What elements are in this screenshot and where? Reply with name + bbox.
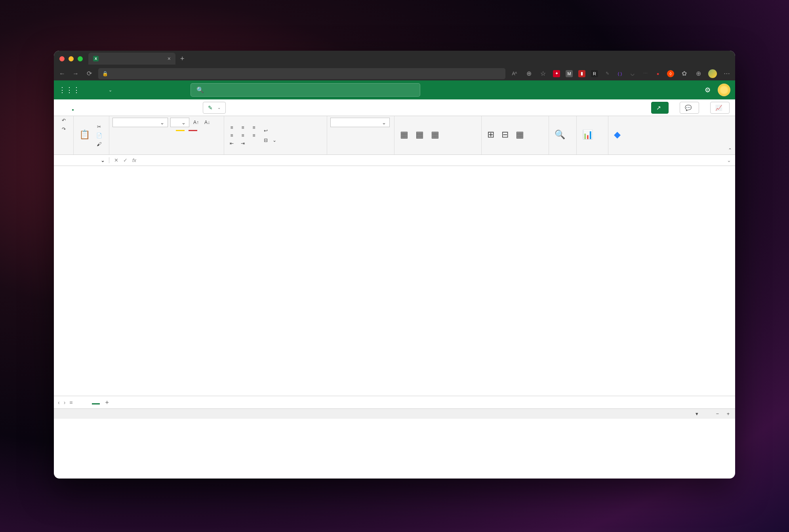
- insert-cells-button[interactable]: ⊞: [485, 129, 497, 141]
- spreadsheet-grid[interactable]: [54, 166, 735, 396]
- cut-button[interactable]: ✂: [95, 124, 103, 130]
- share-button[interactable]: ↗: [651, 102, 669, 114]
- all-sheets-button[interactable]: ≡: [69, 399, 72, 406]
- align-middle-button[interactable]: ≡: [238, 125, 247, 130]
- editing-group-button[interactable]: 🔍: [552, 129, 568, 141]
- ext-icon-8[interactable]: ⋯: [642, 70, 649, 77]
- tab-formulas[interactable]: [123, 105, 124, 110]
- delete-cells-button[interactable]: ⊟: [499, 129, 511, 141]
- ext-icon-1[interactable]: ✦: [553, 70, 560, 77]
- align-bottom-button[interactable]: ≡: [250, 125, 258, 130]
- format-as-table-button[interactable]: ▦: [413, 129, 426, 141]
- expand-formula-bar-button[interactable]: ⌄: [723, 157, 735, 163]
- collections-icon[interactable]: ⊕: [694, 70, 703, 77]
- comments-button[interactable]: 💬: [680, 102, 699, 114]
- app-launcher-icon[interactable]: ⋮⋮⋮: [59, 86, 80, 94]
- increase-indent-button[interactable]: ⇥: [238, 141, 247, 146]
- tab-view[interactable]: [161, 105, 162, 110]
- forward-button[interactable]: →: [71, 70, 80, 77]
- format-painter-button[interactable]: 🖌: [95, 141, 103, 147]
- tab-review[interactable]: [148, 105, 150, 110]
- wrap-text-button[interactable]: ↩: [264, 128, 276, 133]
- cell-styles-button[interactable]: ▦: [429, 129, 442, 141]
- settings-icon[interactable]: ⚙: [705, 86, 711, 94]
- undo-button[interactable]: ↶: [59, 118, 68, 123]
- more-icon[interactable]: ⋯: [722, 70, 731, 77]
- tab-page-layout[interactable]: [110, 105, 112, 110]
- ext-icon-6[interactable]: ( ): [616, 70, 623, 77]
- close-tab-icon[interactable]: ×: [168, 55, 171, 62]
- maximize-window-button[interactable]: [78, 56, 83, 61]
- ext-icon-7[interactable]: ◡: [629, 70, 636, 77]
- tab-draw[interactable]: [97, 105, 99, 110]
- tab-insert[interactable]: [85, 105, 86, 110]
- search-box[interactable]: 🔍: [191, 83, 420, 97]
- ext-icon-3[interactable]: ▮: [578, 70, 585, 77]
- ext-icon-9[interactable]: ●: [654, 70, 661, 77]
- browser-profile-avatar[interactable]: [708, 69, 717, 78]
- reload-button[interactable]: ⟳: [85, 70, 93, 77]
- text-size-icon[interactable]: Aᴬ: [510, 71, 519, 76]
- tab-automate[interactable]: [173, 105, 175, 110]
- redo-button[interactable]: ↷: [59, 126, 68, 132]
- browser-tab[interactable]: X ×: [88, 53, 175, 65]
- prev-sheet-button[interactable]: ‹: [58, 399, 60, 406]
- fill-color-button[interactable]: [176, 130, 185, 131]
- display-settings-button[interactable]: ▾: [696, 411, 698, 417]
- ext-icon-2[interactable]: M: [566, 70, 573, 77]
- favorite-icon[interactable]: ☆: [539, 70, 547, 77]
- user-avatar[interactable]: [718, 84, 730, 96]
- zoom-out-button[interactable]: −: [716, 411, 718, 417]
- extensions-menu-icon[interactable]: ✿: [680, 70, 688, 77]
- font-name-select[interactable]: ⌄: [112, 118, 168, 127]
- align-top-button[interactable]: ≡: [227, 125, 236, 130]
- decrease-indent-button[interactable]: ⇤: [227, 141, 236, 146]
- address-bar[interactable]: 🔒: [98, 68, 505, 79]
- cancel-formula-icon[interactable]: ✕: [114, 157, 118, 163]
- enter-formula-icon[interactable]: ✓: [123, 157, 128, 163]
- jira-data-button[interactable]: ◆: [612, 129, 623, 141]
- copy-button[interactable]: 📄: [95, 133, 103, 138]
- browser-chrome: X × + ← → ⟳ 🔒 Aᴬ ⊕ ☆ ✦ M ▮ R ✎: [54, 51, 735, 80]
- merge-center-button[interactable]: ⊟⌄: [264, 137, 276, 143]
- next-sheet-button[interactable]: ›: [64, 399, 66, 406]
- tab-home[interactable]: [72, 105, 74, 111]
- ext-icon-10[interactable]: ◊: [667, 70, 674, 77]
- format-cells-button[interactable]: ▦: [513, 129, 526, 141]
- fx-icon[interactable]: fx: [132, 157, 136, 163]
- editing-mode-button[interactable]: ✎ ⌄: [203, 102, 226, 114]
- align-right-button[interactable]: ≡: [250, 133, 258, 138]
- sheet-tab-sheet1[interactable]: [78, 401, 86, 404]
- sheet-tab-subscribers[interactable]: [92, 400, 100, 404]
- ext-icon-4[interactable]: R: [591, 70, 598, 77]
- share-icon: ↗: [656, 105, 661, 111]
- zoom-in-button[interactable]: +: [727, 411, 730, 417]
- add-sheet-button[interactable]: +: [105, 399, 109, 406]
- close-window-button[interactable]: [59, 56, 65, 61]
- tab-file[interactable]: [59, 105, 61, 110]
- conditional-formatting-button[interactable]: ▦: [398, 129, 411, 141]
- tab-help[interactable]: [186, 105, 188, 110]
- doc-menu-chevron-icon[interactable]: ⌄: [109, 88, 112, 93]
- analyze-data-button[interactable]: 📊: [580, 129, 595, 141]
- catchup-icon: 📈: [715, 105, 722, 111]
- grow-font-button[interactable]: A↑: [192, 120, 200, 125]
- tab-data[interactable]: [135, 105, 137, 110]
- collapse-ribbon-button[interactable]: ⌃: [728, 147, 732, 153]
- chevron-down-icon: ⌄: [217, 105, 221, 110]
- browser-extensions: Aᴬ ⊕ ☆ ✦ M ▮ R ✎ ( ) ◡ ⋯ ● ◊ ✿ ⊕ ⋯: [510, 69, 731, 78]
- translate-icon[interactable]: ⊕: [524, 70, 533, 77]
- paste-button[interactable]: 📋: [77, 129, 92, 141]
- catch-up-button[interactable]: 📈: [710, 102, 730, 114]
- name-box[interactable]: ⌄: [54, 157, 109, 163]
- font-size-select[interactable]: ⌄: [170, 118, 189, 127]
- align-left-button[interactable]: ≡: [227, 133, 236, 138]
- number-format-select[interactable]: ⌄: [330, 118, 390, 127]
- shrink-font-button[interactable]: A↓: [203, 120, 212, 125]
- back-button[interactable]: ←: [58, 70, 67, 77]
- font-color-button[interactable]: [189, 130, 197, 131]
- minimize-window-button[interactable]: [69, 56, 74, 61]
- align-center-button[interactable]: ≡: [238, 133, 247, 138]
- ext-icon-5[interactable]: ✎: [604, 70, 611, 77]
- new-tab-button[interactable]: +: [178, 55, 187, 63]
